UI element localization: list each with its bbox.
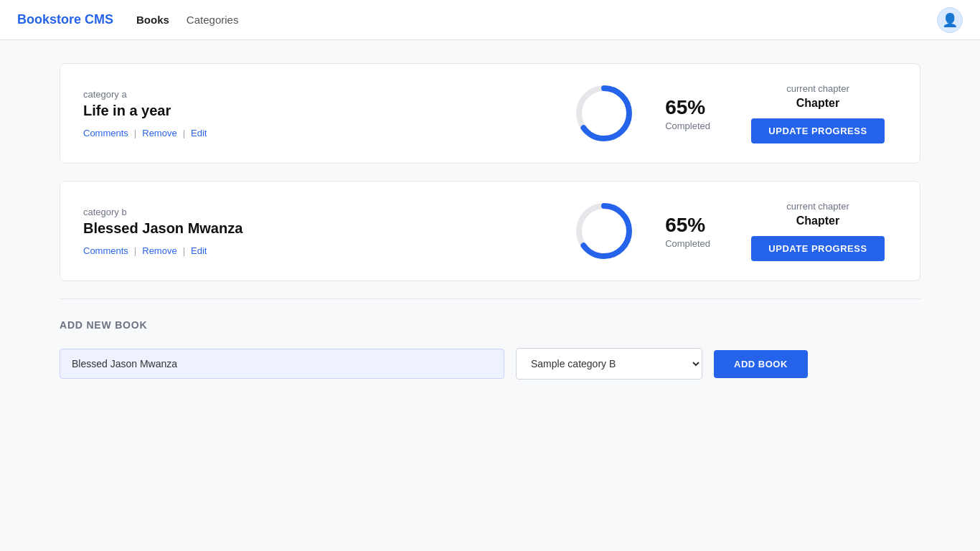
add-book-form: Sample category B Sample category A Samp…	[60, 348, 920, 380]
nav-books[interactable]: Books	[136, 14, 169, 26]
brand-logo[interactable]: Bookstore CMS	[17, 12, 113, 27]
sep-2b: |	[183, 245, 185, 256]
book-title-1: Life in a year	[83, 103, 543, 119]
donut-chart-1	[572, 81, 636, 146]
nav-links: Books Categories	[136, 14, 238, 26]
book-card-2: category b Blessed Jason Mwanza Comments…	[60, 181, 920, 281]
user-icon: 👤	[942, 12, 958, 28]
sep-2a: |	[134, 245, 136, 256]
update-progress-btn-1[interactable]: UPDATE PROGRESS	[751, 118, 884, 143]
progress-info-2: 65% Completed	[665, 214, 710, 249]
progress-pct-2: 65%	[665, 214, 710, 237]
book-name-input[interactable]	[60, 349, 504, 379]
progress-info-1: 65% Completed	[665, 96, 710, 131]
update-progress-btn-2[interactable]: UPDATE PROGRESS	[751, 236, 884, 261]
book-actions-1: Comments | Remove | Edit	[83, 128, 543, 138]
book-category-2: category b	[83, 207, 543, 217]
navbar: Bookstore CMS Books Categories 👤	[0, 0, 980, 40]
add-book-button[interactable]: ADD BOOK	[714, 350, 808, 378]
book-card-1: category a Life in a year Comments | Rem…	[60, 63, 920, 164]
edit-link-1[interactable]: Edit	[191, 128, 207, 138]
progress-pct-1: 65%	[665, 96, 710, 119]
chapter-label-2: current chapter	[739, 201, 897, 212]
donut-chart-2	[572, 199, 636, 263]
book-info-1: category a Life in a year Comments | Rem…	[83, 89, 543, 138]
section-divider	[60, 298, 920, 299]
book-category-1: category a	[83, 89, 543, 100]
book-info-2: category b Blessed Jason Mwanza Comments…	[83, 207, 543, 256]
sep-1b: |	[183, 128, 185, 138]
chapter-section-1: current chapter Chapter UPDATE PROGRESS	[739, 83, 897, 143]
chapter-label-1: current chapter	[739, 83, 897, 94]
chapter-section-2: current chapter Chapter UPDATE PROGRESS	[739, 201, 897, 261]
sep-1a: |	[134, 128, 136, 138]
user-avatar-button[interactable]: 👤	[937, 7, 963, 33]
book-actions-2: Comments | Remove | Edit	[83, 245, 543, 256]
nav-categories[interactable]: Categories	[187, 14, 239, 26]
comments-link-2[interactable]: Comments	[83, 245, 128, 256]
progress-label-1: Completed	[665, 121, 710, 131]
category-select[interactable]: Sample category B Sample category A Samp…	[516, 348, 702, 380]
main-content: category a Life in a year Comments | Rem…	[31, 40, 949, 402]
comments-link-1[interactable]: Comments	[83, 128, 128, 138]
chapter-value-2: Chapter	[739, 215, 897, 227]
add-section-title: ADD NEW BOOK	[60, 319, 920, 331]
book-title-2: Blessed Jason Mwanza	[83, 220, 543, 237]
remove-link-2[interactable]: Remove	[142, 245, 176, 256]
remove-link-1[interactable]: Remove	[142, 128, 176, 138]
progress-label-2: Completed	[665, 238, 710, 249]
chapter-value-1: Chapter	[739, 97, 897, 110]
edit-link-2[interactable]: Edit	[191, 245, 207, 256]
